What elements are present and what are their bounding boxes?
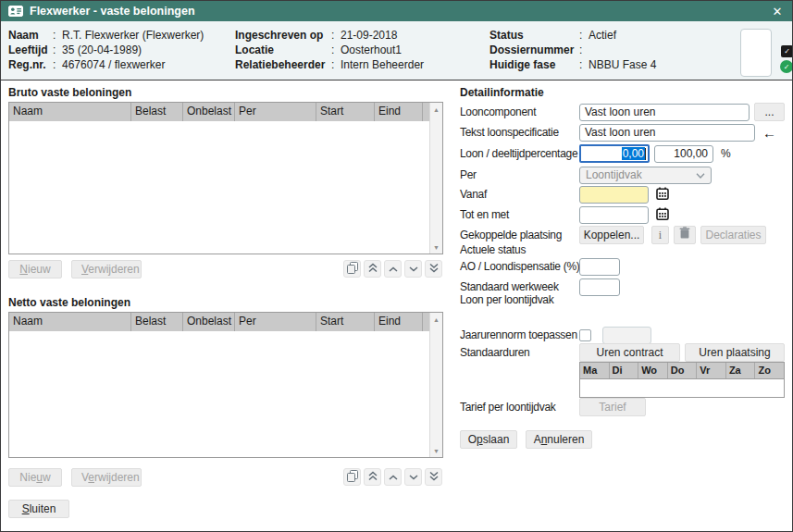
move-bottom-button[interactable] — [425, 260, 442, 278]
separator: : — [579, 28, 589, 43]
uren-contract-button[interactable]: Uren contract — [579, 343, 680, 362]
day-header-za: Za — [726, 363, 756, 378]
netto-delete-button[interactable]: Verwijderen — [71, 468, 142, 487]
standaard-werkweek-input[interactable] — [579, 278, 620, 296]
bruto-section-title: Bruto vaste beloningen — [8, 86, 131, 99]
tekst-loonspecificatie-input[interactable]: Vast loon uren — [579, 124, 755, 142]
copy-icon — [347, 262, 358, 277]
tot-calendar-button[interactable] — [653, 206, 672, 224]
bruto-scrollbar[interactable]: ▲ ▼ — [429, 103, 442, 254]
selected-text: 0,00 — [622, 147, 645, 160]
move-down-button[interactable] — [404, 468, 422, 486]
opslaan-button[interactable]: Opslaan — [460, 430, 517, 449]
vanaf-calendar-button[interactable] — [653, 186, 672, 204]
close-button[interactable]: ✕ — [770, 4, 785, 19]
loon-input[interactable]: 0,00 — [579, 144, 650, 163]
mnemonic: u — [36, 471, 43, 484]
scroll-down-icon[interactable]: ▼ — [430, 241, 442, 254]
scroll-down-icon[interactable]: ▼ — [430, 444, 442, 457]
label-part: ieuw — [28, 263, 51, 276]
looncomponent-more-button[interactable]: ... — [754, 103, 785, 121]
bruto-new-button[interactable]: Nieuw — [8, 260, 62, 278]
double-chevron-up-icon — [368, 263, 378, 276]
ao-loondispensatie-input[interactable] — [579, 258, 620, 276]
column-header-start[interactable]: Start — [316, 313, 375, 331]
netto-new-button[interactable]: Nieuw — [8, 468, 62, 487]
koppelen-button[interactable]: Koppelen... — [579, 226, 644, 244]
plaatsing-info-button[interactable]: i — [651, 226, 669, 244]
black-checkbox[interactable]: ✓ — [781, 45, 793, 57]
deeltijdpercentage-input[interactable]: 100,00 — [654, 145, 713, 163]
looncomponent-label: Looncomponent — [460, 105, 579, 118]
info-label: Naam — [8, 28, 53, 43]
day-values-row[interactable] — [580, 379, 784, 397]
separator: : — [579, 57, 589, 72]
netto-order-buttons — [343, 468, 442, 486]
info-row: Naam:R.T. Flexwerker (Flexwerker) — [8, 28, 204, 43]
info-value: 4676074 / flexwerker — [62, 57, 165, 72]
separator: : — [331, 57, 341, 72]
info-row: Relatiebeheerder:Intern Beheerder — [235, 57, 424, 72]
column-header-per[interactable]: Per — [235, 103, 316, 121]
info-row: Reg.nr.:4676074 / flexwerker — [8, 57, 204, 72]
check-icon: ✓ — [784, 47, 790, 56]
copy-button[interactable] — [343, 468, 361, 486]
copy-button[interactable] — [343, 260, 361, 278]
annuleren-button[interactable]: Annuleren — [526, 430, 592, 449]
info-row: Dossiernummer: — [489, 43, 656, 57]
netto-table-body[interactable] — [9, 331, 430, 457]
uren-plaatsing-button[interactable]: Uren plaatsing — [685, 343, 785, 362]
move-up-button[interactable] — [384, 468, 402, 486]
column-header-per[interactable]: Per — [235, 313, 316, 331]
double-chevron-up-icon — [368, 471, 378, 484]
scroll-up-icon[interactable]: ▲ — [430, 313, 442, 326]
move-up-button[interactable] — [384, 260, 402, 278]
move-down-button[interactable] — [404, 260, 422, 278]
flexwerker-card-icon — [8, 6, 23, 18]
bruto-table-header: Naam Belast Onbelast Per Start Eind — [9, 103, 430, 122]
column-header-naam[interactable]: Naam — [9, 103, 131, 121]
looncomponent-input[interactable]: Vast loon uren — [579, 104, 750, 121]
tarief-row: Tarief per loontijdvak Tarief — [460, 398, 646, 416]
info-label: Relatiebeheerder — [235, 57, 331, 72]
vanaf-row: Vanaf — [460, 185, 672, 204]
move-bottom-button[interactable] — [425, 468, 442, 486]
tot-en-met-input[interactable] — [579, 206, 649, 224]
label-part: slaan — [483, 433, 510, 446]
column-header-onbelast[interactable]: Onbelast — [183, 103, 235, 121]
info-label: Huidige fase — [489, 57, 579, 72]
ontkoppelen-button[interactable] — [674, 226, 696, 244]
bruto-table: Naam Belast Onbelast Per Start Eind ▲ ▼ — [8, 102, 443, 254]
green-status-icon: ✓ — [780, 60, 793, 73]
jaarurennorm-checkbox[interactable] — [579, 329, 591, 341]
copy-icon — [347, 470, 358, 485]
day-header-wo: Wo — [638, 363, 668, 378]
column-header-start[interactable]: Start — [316, 103, 375, 121]
column-header-eind[interactable]: Eind — [375, 103, 423, 121]
column-header-naam[interactable]: Naam — [9, 313, 131, 331]
bruto-delete-button[interactable]: Verwijderen — [71, 260, 142, 278]
column-header-belast[interactable]: Belast — [131, 313, 183, 331]
move-top-button[interactable] — [364, 260, 381, 278]
info-value: R.T. Flexwerker (Flexwerker) — [62, 28, 204, 43]
tarief-button[interactable]: Tarief — [579, 398, 646, 416]
ao-loondispensatie-row: AO / Loondispensatie (%) — [460, 257, 620, 276]
sluiten-button[interactable]: Sluiten — [8, 500, 69, 518]
chevron-up-icon — [389, 471, 398, 484]
per-select[interactable]: Loontijdvak — [579, 167, 712, 184]
move-top-button[interactable] — [364, 468, 381, 486]
netto-scrollbar[interactable]: ▲ ▼ — [429, 313, 442, 457]
label-part: erwijderen — [88, 263, 139, 276]
label-part: w — [43, 471, 51, 484]
jaarurennorm-input[interactable] — [602, 327, 651, 344]
scroll-up-icon[interactable]: ▲ — [430, 103, 442, 116]
trash-icon — [679, 229, 690, 241]
declaraties-button[interactable]: Declaraties — [700, 226, 766, 244]
copy-text-back-button[interactable]: ← — [762, 124, 776, 142]
column-header-belast[interactable]: Belast — [131, 103, 183, 121]
vanaf-input[interactable] — [579, 186, 649, 204]
bruto-table-body[interactable] — [9, 121, 430, 254]
column-header-eind[interactable]: Eind — [375, 313, 423, 331]
label-part: A — [534, 433, 541, 446]
column-header-onbelast[interactable]: Onbelast — [183, 313, 235, 331]
